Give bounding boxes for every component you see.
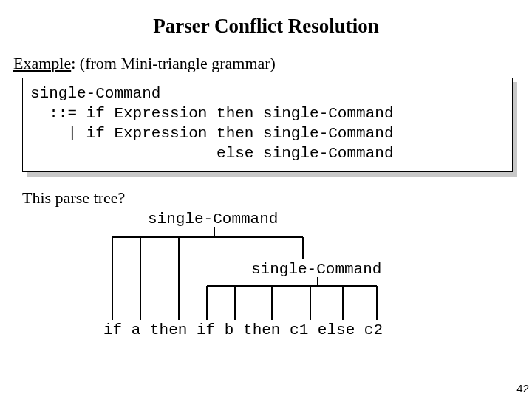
page-title: Parser Conflict Resolution xyxy=(0,15,532,38)
parse-tree: single-Command single-Command if a then … xyxy=(103,211,488,344)
tree-lines xyxy=(103,211,488,344)
example-label: Example xyxy=(13,54,71,72)
grammar-box: single-Command ::= if Expression then si… xyxy=(22,78,513,172)
example-text: : (from Mini-triangle grammar) xyxy=(71,54,276,72)
example-line: Example: (from Mini-triangle grammar) xyxy=(13,54,532,73)
grammar-code: single-Command ::= if Expression then si… xyxy=(22,78,513,172)
page-number: 42 xyxy=(516,382,529,395)
question-text: This parse tree? xyxy=(22,188,532,208)
